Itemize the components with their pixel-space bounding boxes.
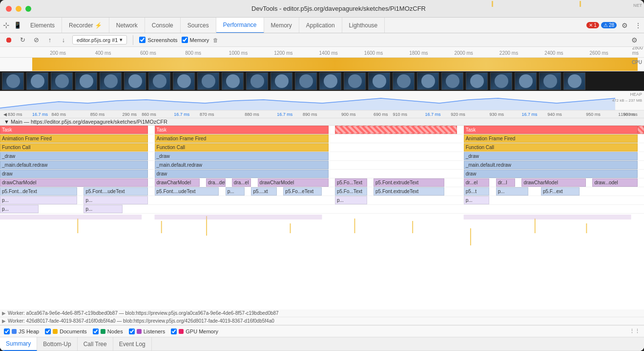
upload-button[interactable]: ↑ bbox=[45, 35, 55, 45]
screenshot-17[interactable] bbox=[417, 72, 439, 90]
p-6[interactable]: p... bbox=[83, 205, 122, 213]
record-button[interactable]: ⏺ bbox=[4, 35, 14, 45]
dropdown-icon[interactable]: ▾ bbox=[120, 37, 123, 43]
tab-network[interactable]: Network bbox=[109, 18, 145, 33]
screenshot-8[interactable] bbox=[197, 72, 219, 90]
trash-icon[interactable]: 🗑 bbox=[213, 37, 218, 43]
font-font[interactable]: p5.Font....udeText bbox=[155, 187, 219, 196]
draw-el[interactable]: dra...el bbox=[232, 178, 251, 187]
charmodel-1[interactable]: drawCharModel bbox=[0, 178, 148, 187]
p5t[interactable]: p5...t bbox=[464, 187, 490, 196]
p-2[interactable]: p... bbox=[83, 196, 148, 204]
p5foetext[interactable]: p5.Fo...eText bbox=[283, 187, 322, 196]
legend-listeners[interactable]: Listeners bbox=[129, 329, 166, 334]
charmodel-2[interactable]: drawCharModel bbox=[155, 178, 200, 187]
worker-row-2[interactable]: ▶ Worker: 426d8017-fade-4019-8367-d16f0d… bbox=[0, 317, 644, 325]
function-call-1[interactable]: Function Call bbox=[0, 143, 148, 152]
draw-del[interactable]: dra...del bbox=[206, 178, 226, 187]
gpumemory-checkbox[interactable] bbox=[171, 329, 177, 334]
draw2-block-2[interactable]: draw bbox=[155, 170, 329, 178]
screenshot-1[interactable] bbox=[26, 72, 48, 90]
maximize-button[interactable] bbox=[25, 6, 31, 12]
tab-bottom-up[interactable]: Bottom-Up bbox=[37, 337, 77, 351]
draw-block-2[interactable]: _draw bbox=[155, 152, 329, 160]
font-udetext[interactable]: p5.Font....udeText bbox=[83, 187, 148, 196]
screenshot-22[interactable] bbox=[539, 72, 561, 90]
minimize-button[interactable] bbox=[16, 6, 21, 12]
more-icon[interactable]: ⋮ bbox=[632, 20, 644, 31]
p-small-1[interactable]: p... bbox=[226, 187, 245, 196]
tab-summary[interactable]: Summary bbox=[0, 337, 37, 351]
tab-console[interactable]: Console bbox=[145, 18, 181, 33]
task-block-5-striped[interactable] bbox=[638, 126, 644, 134]
charmodel-4[interactable]: drawCharModel bbox=[521, 178, 586, 187]
close-button[interactable] bbox=[6, 6, 12, 12]
draw2-block-1[interactable]: draw bbox=[0, 170, 148, 178]
screenshots-checkbox[interactable] bbox=[139, 37, 145, 43]
tab-lighthouse[interactable]: Lighthouse bbox=[342, 18, 385, 33]
legend-nodes[interactable]: Nodes bbox=[93, 329, 123, 334]
dr2[interactable]: dr...l bbox=[496, 178, 516, 187]
p-5[interactable]: p... bbox=[0, 205, 39, 213]
tab-sources[interactable]: Sources bbox=[181, 18, 216, 33]
draw-block-1[interactable]: _draw bbox=[0, 152, 148, 160]
font-ext[interactable]: p5.Font.extrudeText bbox=[374, 178, 444, 187]
screenshot-20[interactable] bbox=[490, 72, 512, 90]
draw-block-3[interactable]: _draw bbox=[464, 152, 638, 160]
p5xt[interactable]: p5....xt bbox=[251, 187, 277, 196]
screenshot-12[interactable] bbox=[295, 72, 317, 90]
memory-checkbox[interactable] bbox=[182, 37, 188, 43]
worker-row-1[interactable]: ▶ Worker: a0ca967a-9e6e-4de6-8f57-c19bdb… bbox=[0, 309, 644, 317]
listeners-checkbox[interactable] bbox=[129, 329, 135, 334]
task-block-2[interactable]: Task bbox=[155, 126, 329, 134]
screenshot-10[interactable] bbox=[246, 72, 268, 90]
screenshot-7[interactable] bbox=[173, 72, 195, 90]
redraw-block-2[interactable]: _main.default.redraw bbox=[155, 161, 329, 169]
screenshot-6[interactable] bbox=[148, 72, 170, 90]
screenshot-18[interactable] bbox=[441, 72, 463, 90]
charmodel-3[interactable]: drawCharModel bbox=[258, 178, 329, 187]
font-detext-1[interactable]: p5.Font...deText bbox=[0, 187, 77, 196]
screenshot-15[interactable] bbox=[368, 72, 390, 90]
tab-recorder[interactable]: Recorder ⚡ bbox=[62, 18, 109, 33]
legend-jsheap[interactable]: JS Heap bbox=[4, 329, 39, 334]
inspect-icon[interactable]: ⊹ bbox=[0, 20, 12, 31]
function-call-3[interactable]: Function Call bbox=[464, 143, 638, 152]
fo-text[interactable]: p5.Fo...Text bbox=[335, 178, 367, 187]
tab-event-log[interactable]: Event Log bbox=[113, 337, 152, 351]
p-font2[interactable]: p... bbox=[496, 187, 528, 196]
tab-elements[interactable]: Elements bbox=[23, 18, 62, 33]
screenshot-2[interactable] bbox=[51, 72, 73, 90]
screenshot-9[interactable] bbox=[222, 72, 244, 90]
p5fext[interactable]: p5.F...ext bbox=[541, 187, 580, 196]
p5fotext2[interactable]: p5.Fo...Text bbox=[335, 187, 367, 196]
task-block-3-striped[interactable] bbox=[335, 126, 457, 134]
screenshot-14[interactable] bbox=[344, 72, 366, 90]
redraw-block-1[interactable]: _main.default.redraw bbox=[0, 161, 148, 169]
screenshot-5[interactable] bbox=[124, 72, 146, 90]
animation-block-1[interactable]: Animation Frame Fired bbox=[0, 134, 148, 143]
dr-el[interactable]: dr...el bbox=[464, 178, 490, 187]
animation-block-3[interactable]: Animation Frame Fired bbox=[464, 134, 638, 143]
p-1[interactable]: p... bbox=[0, 196, 77, 204]
p-3[interactable]: p... bbox=[335, 196, 367, 204]
documents-checkbox[interactable] bbox=[45, 329, 51, 334]
draw-odel[interactable]: draw...odel bbox=[592, 178, 637, 187]
screenshot-16[interactable] bbox=[393, 72, 415, 90]
task-block-4[interactable]: Task bbox=[464, 126, 638, 134]
task-block-1[interactable]: Task bbox=[0, 126, 148, 134]
redraw-block-3[interactable]: _main.default.redraw bbox=[464, 161, 638, 169]
screenshot-23[interactable] bbox=[563, 72, 585, 90]
nodes-checkbox[interactable] bbox=[93, 329, 99, 334]
screenshot-13[interactable] bbox=[319, 72, 341, 90]
draw2-block-3[interactable]: draw bbox=[464, 170, 638, 178]
tab-application[interactable]: Application bbox=[299, 18, 342, 33]
screenshot-11[interactable] bbox=[270, 72, 292, 90]
screenshot-19[interactable] bbox=[466, 72, 488, 90]
p-4[interactable]: p... bbox=[464, 196, 490, 204]
screenshot-3[interactable] bbox=[75, 72, 97, 90]
screenshot-4[interactable] bbox=[100, 72, 122, 90]
device-icon[interactable]: 📱 bbox=[12, 20, 23, 31]
legend-documents[interactable]: Documents bbox=[45, 329, 87, 334]
download-button[interactable]: ↓ bbox=[59, 35, 68, 45]
